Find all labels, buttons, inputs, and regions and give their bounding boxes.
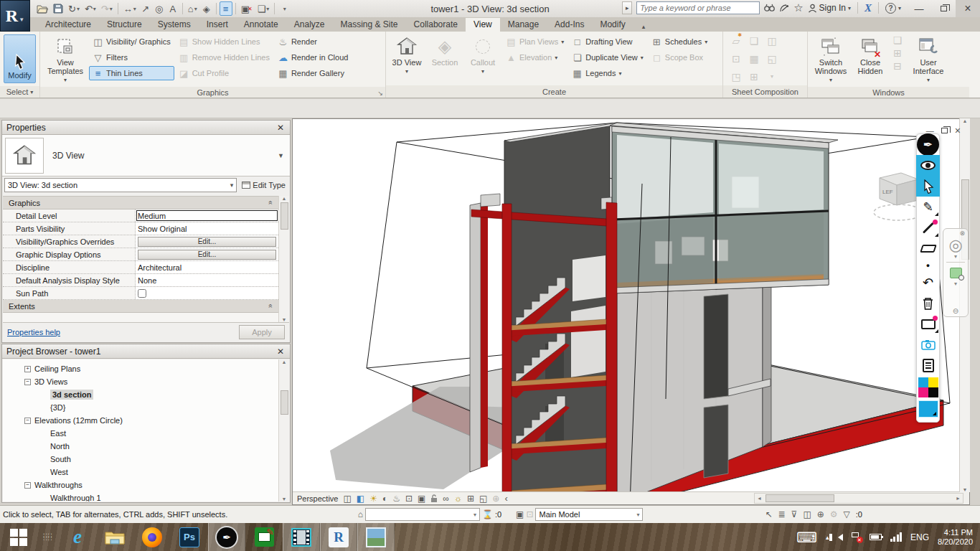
vg-overrides-edit-button[interactable]: Edit... — [138, 237, 276, 247]
scroll-down-icon[interactable]: ▼ — [963, 487, 968, 492]
hscroll-thumb[interactable] — [765, 494, 834, 502]
graphic-display-edit-button[interactable]: Edit... — [138, 250, 276, 260]
measure-button[interactable]: ↔▾ — [121, 1, 138, 16]
edit-type-button[interactable]: Edit Type — [240, 181, 288, 189]
switch-windows-button[interactable]: Switch Windows ▾ — [810, 33, 852, 85]
taskbar-photoshop[interactable]: Ps — [171, 523, 208, 551]
view-scale-label[interactable]: Perspective — [297, 494, 338, 503]
taskbar-internet-explorer[interactable]: e — [59, 523, 96, 551]
3d-model-svg[interactable] — [293, 119, 969, 492]
switch-windows-qat-button[interactable]: ❏▾ — [255, 1, 272, 16]
select-links-icon[interactable]: ↖ — [765, 509, 772, 519]
eraser-tool-button[interactable] — [916, 238, 940, 259]
tab-insert[interactable]: Insert — [199, 18, 236, 32]
save-button[interactable] — [51, 1, 65, 16]
close-hidden-button[interactable]: ✕ Close Hidden — [852, 33, 888, 85]
properties-close-icon[interactable]: ✕ — [275, 123, 286, 133]
tab-structure[interactable]: Structure — [99, 18, 150, 32]
tab-modify[interactable]: Modify — [592, 18, 633, 32]
type-selector-dropdown[interactable]: 3D View: 3d section ▾ — [4, 178, 237, 192]
line-tool-button[interactable] — [916, 217, 940, 238]
scroll-down-icon[interactable]: ▼ — [282, 317, 287, 322]
show-crop-region-icon[interactable]: ▣ — [418, 494, 425, 504]
cut-column-right[interactable] — [606, 202, 617, 492]
collapse-icon[interactable]: − — [24, 418, 31, 424]
modify-button[interactable]: Modify — [4, 34, 36, 83]
scope-box-button[interactable]: ◻Scope Box — [648, 50, 711, 65]
horizontal-scrollbar[interactable]: ◄ ► — [754, 493, 963, 504]
analysis-style-value[interactable]: None — [136, 274, 278, 286]
color-palette[interactable] — [916, 376, 940, 399]
editing-requests-icon[interactable]: ⌛ — [482, 509, 493, 519]
scroll-up-icon[interactable]: ▲ — [963, 118, 968, 123]
navbar-minimize-icon[interactable]: ⊖ — [953, 307, 958, 316]
title-block-icon[interactable]: ❏ — [750, 35, 759, 47]
snap-settings-icon[interactable]: ⚙ — [830, 509, 838, 519]
callout-button[interactable]: Callout ▾ — [464, 33, 501, 84]
section-big-button[interactable]: ◈ Section — [426, 33, 463, 84]
show-render-dialog-icon[interactable]: ♨ — [392, 494, 400, 504]
taskbar-firefox[interactable] — [133, 523, 171, 551]
pen-tool-button[interactable]: ✎ — [916, 197, 940, 217]
properties-help-link[interactable]: Properties help — [7, 328, 60, 336]
communication-center-button[interactable] — [779, 4, 789, 13]
taskbar-photos[interactable] — [357, 523, 395, 551]
exchange-apps-button[interactable]: X — [864, 2, 872, 14]
tree-item-3d-default[interactable]: {3D} — [3, 401, 278, 414]
select-by-face-icon[interactable]: ◫ — [803, 509, 811, 519]
tree-item-north[interactable]: North — [3, 440, 278, 453]
graphics-collapse-icon[interactable]: » — [267, 201, 275, 205]
ribbon-collapse-icon[interactable]: ▴ — [639, 22, 649, 32]
help-menu[interactable]: ?▾ — [885, 3, 901, 14]
viewport-icon[interactable]: ◳ — [731, 71, 740, 83]
worksets-icon[interactable]: ⌂ — [358, 509, 363, 519]
reveal-constraints-icon[interactable]: ⊕ — [492, 494, 499, 504]
filters-button[interactable]: ▽Filters — [89, 50, 174, 65]
drafting-view-button[interactable]: □Drafting View — [568, 34, 647, 49]
aligned-dimension-button[interactable]: ↗ — [139, 1, 152, 16]
view-templates-button[interactable]: View Templates ▾ — [42, 33, 88, 85]
tab-addins[interactable]: Add-Ins — [547, 18, 592, 32]
restore-button[interactable] — [931, 0, 956, 17]
select-pinned-icon[interactable]: ⊽ — [791, 509, 798, 519]
project-browser-header[interactable]: Project Browser - tower1 ✕ — [2, 344, 290, 359]
render-gallery-button[interactable]: ▦Render Gallery — [274, 66, 352, 80]
tree-item-ceiling-plans[interactable]: +Ceiling Plans — [3, 362, 278, 375]
tree-item-walkthrough-1[interactable]: Walkthrough 1 — [3, 491, 278, 501]
graphics-section-header[interactable]: Graphics » — [3, 197, 278, 209]
revisions-icon[interactable]: ⊡ — [732, 53, 740, 65]
tree-item-west[interactable]: West — [3, 466, 278, 479]
steering-wheel-icon[interactable]: ◎ — [948, 237, 962, 253]
shadows-icon[interactable]: ◐ — [382, 494, 387, 504]
guide-grid-icon[interactable]: ▦ — [749, 53, 758, 65]
graphics-dialog-launcher-icon[interactable]: ↘ — [377, 90, 383, 97]
zoom-tool-icon[interactable] — [950, 268, 962, 278]
scroll-down-icon[interactable]: ▼ — [282, 496, 287, 501]
scroll-up-icon[interactable]: ▲ — [282, 196, 287, 201]
browser-scrollbar[interactable]: ▲ ▼ — [278, 359, 289, 501]
undo-button[interactable]: ↶▾ — [83, 1, 98, 16]
tab-collaborate[interactable]: Collaborate — [406, 18, 466, 32]
visibility-graphics-button[interactable]: ◫Visibility/ Graphics — [89, 34, 174, 49]
tab-views-icon[interactable]: ❏ — [893, 34, 903, 46]
3d-view-button[interactable]: 3D View ▾ — [388, 33, 425, 84]
temporary-view-properties-icon[interactable]: ⊞ — [467, 494, 474, 504]
select-panel-label[interactable]: Select — [6, 88, 29, 96]
favorites-button[interactable]: ☆ — [793, 1, 803, 14]
cascade-views-icon[interactable]: ⊟ — [893, 60, 902, 72]
schedules-button[interactable]: ⊞Schedules▾ — [648, 34, 711, 49]
close-button[interactable]: × — [956, 0, 980, 17]
default-3d-view-button[interactable]: ⌂▾ — [186, 1, 199, 16]
sheet-issues-icon[interactable]: ⊞ — [750, 71, 758, 83]
taskbar-video-editor[interactable] — [283, 523, 320, 551]
tab-systems[interactable]: Systems — [150, 18, 199, 32]
discipline-value[interactable]: Architectural — [136, 261, 278, 273]
clipboard-button[interactable] — [916, 355, 940, 376]
minimize-button[interactable]: — — [907, 0, 931, 17]
sign-in-menu[interactable]: Sign In ▾ — [808, 3, 851, 13]
clock[interactable]: 4:11 PM 8/20/2020 — [938, 528, 973, 547]
tag-button[interactable]: ◎ — [153, 1, 166, 16]
scroll-thumb[interactable] — [281, 390, 288, 415]
duplicate-view-button[interactable]: ❏Duplicate View▾ — [568, 50, 647, 65]
search-go-button[interactable]: ▸ — [622, 1, 632, 14]
